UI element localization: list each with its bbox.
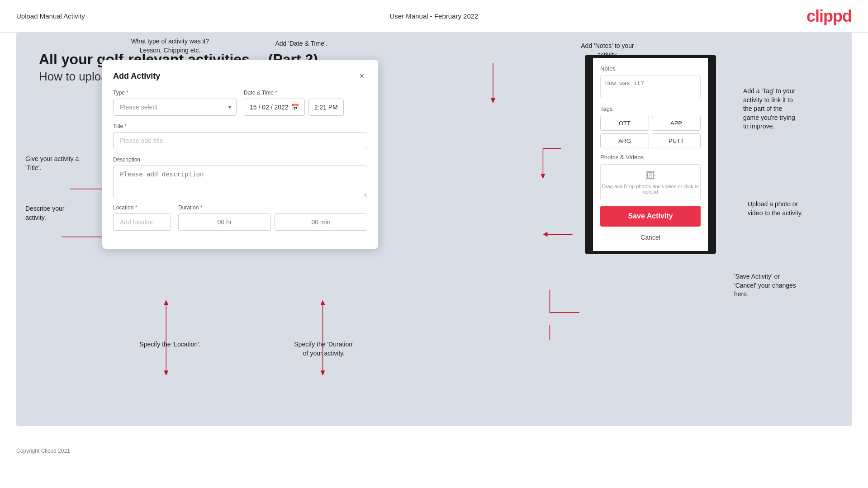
- annotation-location: Specify the 'Location'.: [116, 340, 224, 349]
- copyright: Copyright Clippd 2021: [16, 448, 70, 454]
- description-group: Description: [113, 156, 367, 197]
- notes-input[interactable]: [600, 76, 701, 98]
- duration-hr-input[interactable]: [178, 213, 271, 231]
- photos-label: Photos & Videos: [600, 154, 701, 161]
- description-input[interactable]: [113, 166, 367, 197]
- annotation-title: Give your activity a'Title'.: [25, 155, 100, 172]
- photos-dropzone[interactable]: 🖼 Drag and Drop photos and videos or cli…: [600, 164, 701, 200]
- title-input[interactable]: [113, 132, 367, 149]
- mobile-screen: Notes Tags OTT APP ARG PUTT Photos & Vid…: [585, 55, 716, 254]
- location-input[interactable]: [113, 213, 171, 231]
- duration-group: Duration *: [178, 204, 367, 231]
- title-group: Title *: [113, 123, 367, 149]
- type-label: Type *: [113, 90, 237, 96]
- type-group: Type * Please select ▾: [113, 90, 237, 116]
- photo-icon: 🖼: [645, 170, 655, 182]
- calendar-icon: 📅: [291, 104, 299, 111]
- location-duration-row: Location * Duration *: [113, 204, 367, 231]
- top-bar: Upload Manual Activity User Manual - Feb…: [0, 0, 868, 33]
- svg-marker-11: [164, 370, 168, 375]
- annotation-photo: Upload a photo orvideo to the activity.: [748, 200, 843, 218]
- location-label: Location *: [113, 204, 171, 211]
- photos-placeholder: Drag and Drop photos and videos or click…: [601, 184, 700, 194]
- modal-header: Add Activity ×: [113, 71, 367, 81]
- type-select[interactable]: Please select: [113, 99, 237, 116]
- duration-label: Duration *: [178, 204, 367, 211]
- title-label: Title *: [113, 123, 367, 129]
- close-button[interactable]: ×: [356, 71, 367, 81]
- svg-marker-22: [543, 232, 547, 237]
- add-activity-modal: Add Activity × Type * Please select ▾: [102, 60, 378, 249]
- modal-title: Add Activity: [113, 71, 160, 81]
- cancel-link[interactable]: Cancel: [600, 231, 701, 244]
- svg-marker-10: [164, 300, 168, 305]
- tag-ott[interactable]: OTT: [600, 116, 649, 131]
- date-input[interactable]: 15 / 02 / 2022 📅: [244, 99, 305, 116]
- type-datetime-row: Type * Please select ▾ Date & Time *: [113, 90, 367, 116]
- datetime-group: Date & Time * 15 / 02 / 2022 📅 2:21 PM: [244, 90, 367, 116]
- annotation-datetime: Add 'Date & Time'.: [256, 39, 346, 48]
- time-input[interactable]: 2:21 PM: [308, 99, 344, 116]
- annotation-type: What type of activity was it?Lesson, Chi…: [116, 37, 224, 55]
- svg-marker-17: [491, 98, 495, 103]
- mobile-panel: Notes Tags OTT APP ARG PUTT Photos & Vid…: [585, 55, 716, 254]
- duration-inputs: [178, 213, 367, 231]
- description-label: Description: [113, 156, 367, 163]
- tag-arg[interactable]: ARG: [600, 133, 649, 148]
- svg-marker-14: [321, 300, 325, 305]
- tag-app[interactable]: APP: [652, 116, 701, 131]
- page-label: Upload Manual Activity: [16, 12, 85, 20]
- manual-label: User Manual - February 2022: [390, 12, 479, 20]
- notes-label: Notes: [600, 65, 701, 72]
- svg-marker-15: [321, 370, 325, 375]
- tags-grid: OTT APP ARG PUTT: [600, 116, 701, 148]
- svg-marker-20: [541, 174, 545, 179]
- annotation-duration: Specify the 'Duration'of your activity.: [261, 340, 387, 358]
- datetime-label: Date & Time *: [244, 90, 367, 96]
- duration-min-input[interactable]: [275, 213, 367, 231]
- tag-putt[interactable]: PUTT: [652, 133, 701, 148]
- type-select-wrapper[interactable]: Please select ▾: [113, 99, 237, 116]
- logo: clippd: [806, 7, 852, 26]
- main-content: All your golf-relevant activities… (Part…: [16, 33, 852, 426]
- annotation-save: 'Save Activity' or'Cancel' your changesh…: [734, 272, 843, 299]
- tags-label: Tags: [600, 105, 701, 112]
- location-group: Location *: [113, 204, 171, 231]
- footer: Copyright Clippd 2021: [0, 442, 868, 460]
- annotation-tag: Add a 'Tag' to youractivity to link it t…: [743, 87, 843, 131]
- save-activity-button[interactable]: Save Activity: [600, 206, 701, 227]
- annotation-desc: Describe youractivity.: [25, 204, 91, 222]
- datetime-inputs: 15 / 02 / 2022 📅 2:21 PM: [244, 99, 367, 116]
